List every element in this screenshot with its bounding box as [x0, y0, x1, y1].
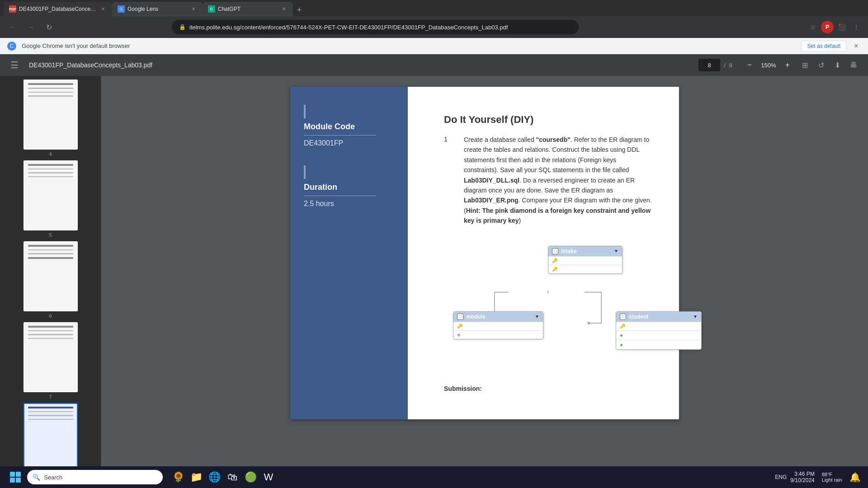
lens-tab-favicon: G [118, 5, 125, 13]
er-key-icon-2: 🔑 [552, 267, 557, 272]
tab-google-lens[interactable]: G Google Lens × [112, 2, 203, 16]
tab-gpt-close[interactable]: × [280, 5, 288, 13]
taskbar: 🔍 Search 🌻 📁 🌐 🛍 🟢 W ENG 3:46 PM 9/10/20… [0, 466, 868, 488]
language-indicator: ENG [775, 474, 787, 480]
duration-value: 2.5 hours [304, 200, 394, 208]
taskbar-app-browser[interactable]: 🌐 [206, 469, 222, 485]
notification-bar: C Google Chrome isn't your default brows… [0, 38, 868, 54]
taskbar-system-tray: ENG [775, 474, 787, 480]
er-field-text-7: email VARCHAR(45) [625, 342, 671, 347]
er-field-name: ● name VARCHAR(45) [616, 330, 701, 340]
browser-frame: PDF DE43001FP_DatabaseConcepts_Lab0... ×… [0, 0, 868, 488]
er-table-icon: □ [552, 248, 558, 254]
pdf-menu-button[interactable]: ☰ [7, 58, 22, 72]
notification-bell-icon[interactable]: 🔔 [849, 472, 861, 483]
windows-logo [10, 472, 21, 483]
forward-button[interactable]: → [24, 20, 38, 34]
module-code-bar [304, 105, 306, 118]
er-dropdown-icon: ▼ [614, 249, 618, 253]
tab-pdf-close[interactable]: × [99, 5, 107, 13]
notification-text: Google Chrome isn't your default browser [22, 42, 796, 49]
thumbnail-4[interactable]: 4 [24, 80, 78, 157]
er-field-text-2: student_id INT [559, 267, 592, 272]
er-field-text-4: module_name VARCHAR(45) [462, 332, 528, 338]
pdf-scroll-area[interactable]: Module Code DE43001FP Duration 2.5 hours… [101, 76, 868, 466]
bookmark-button[interactable]: ☆ [807, 21, 819, 33]
secure-icon: 🔒 [179, 24, 186, 30]
pdf-right-content: Do It Yourself (DIY) 1 Create a database… [444, 114, 652, 392]
clock-date: 9/10/2024 [790, 477, 814, 483]
page-number-input[interactable]: 8 [698, 59, 720, 71]
thumb-6-image [24, 241, 78, 311]
weather-desc: Light rain [822, 477, 842, 483]
weather-widget[interactable]: 88°F Light rain [822, 472, 842, 483]
submission-text: Submission: [444, 385, 652, 392]
er-field-std-id: 🔑 student_id INT [616, 322, 701, 330]
thumb-7-image [24, 322, 78, 392]
pdf-print-button[interactable]: 🖶 [846, 58, 861, 72]
tab-pdf-title: DE43001FP_DatabaseConcepts_Lab0... [19, 6, 97, 12]
svg-line-9 [588, 321, 590, 323]
address-input[interactable]: 🔒 itelms.polite.edu.sg/content/enforced/… [172, 20, 579, 34]
module-code-divider [304, 135, 376, 136]
duration-label: Duration [304, 183, 394, 192]
er-field-text-5: student_id INT [627, 324, 660, 329]
thumb-5-image [24, 160, 78, 230]
tab-lens-title: Google Lens [127, 6, 187, 12]
pdf-rotate-button[interactable]: ↺ [814, 58, 828, 72]
weather-temp: 88°F [822, 472, 832, 477]
pdf-download-button[interactable]: ⬇ [830, 58, 844, 72]
pdf-view-button[interactable]: ⊞ [797, 58, 812, 72]
pdf-toolbar: ☰ DE43001FP_DatabaseConcepts_Lab03.pdf 8… [0, 54, 868, 76]
er-table-module: □ module ▼ 🔑 module_id INT ◆ [453, 311, 543, 339]
pdf-right-buttons: ⊞ ↺ ⬇ 🖶 [797, 58, 861, 72]
er-field-student-id: 🔑 student_id INT [548, 265, 622, 273]
pdf-page-8: Module Code DE43001FP Duration 2.5 hours… [290, 87, 679, 419]
thumb-8-image [24, 403, 78, 466]
taskbar-search-text: Search [44, 474, 62, 481]
start-button[interactable] [7, 469, 24, 485]
duration-divider [304, 196, 376, 196]
er-field-mod-name: ◆ module_name VARCHAR(45) [453, 330, 543, 339]
taskbar-search-box[interactable]: 🔍 Search [27, 470, 163, 484]
thumbnail-7[interactable]: 7 [24, 322, 78, 399]
extensions-button[interactable]: ⬛ [835, 21, 848, 33]
tab-pdf[interactable]: PDF DE43001FP_DatabaseConcepts_Lab0... × [4, 2, 112, 16]
thumbnail-8[interactable]: 8 [24, 403, 78, 466]
taskbar-right: ENG 3:46 PM 9/10/2024 88°F Light rain 🔔 [775, 471, 861, 483]
taskbar-apps: 🌻 📁 🌐 🛍 🟢 W [170, 469, 277, 485]
thumbnail-5[interactable]: 5 [24, 160, 78, 238]
er-circle-icon: ● [620, 332, 623, 338]
notification-close-button[interactable]: × [852, 42, 861, 51]
profile-button[interactable]: P [821, 21, 834, 33]
taskbar-app-1[interactable]: 🌻 [170, 469, 186, 485]
thumbnail-6[interactable]: 6 [24, 241, 78, 319]
duration-bar [304, 165, 306, 179]
taskbar-app-files[interactable]: 📁 [188, 469, 204, 485]
module-code-label: Module Code [304, 122, 394, 131]
er-table-icon-3: □ [620, 314, 626, 320]
zoom-out-button[interactable]: − [743, 59, 756, 71]
tab-lens-close[interactable]: × [190, 5, 197, 13]
er-field-text: module_id INT [559, 258, 592, 263]
tab-chatgpt[interactable]: C ChatGPT × [203, 2, 293, 16]
thumb-6-label: 6 [49, 313, 52, 319]
taskbar-app-word[interactable]: W [260, 469, 277, 485]
taskbar-app-store[interactable]: 🛍 [224, 469, 241, 485]
taskbar-app-chrome[interactable]: 🟢 [242, 469, 259, 485]
new-tab-button[interactable]: + [293, 4, 306, 16]
set-default-button[interactable]: Set as default [802, 41, 846, 52]
address-bar: ← → ↻ 🔒 itelms.polite.edu.sg/content/enf… [0, 16, 868, 38]
thumb-4-image [24, 80, 78, 150]
er-diamond-icon: ◆ [457, 332, 461, 337]
reload-button[interactable]: ↻ [42, 20, 56, 34]
back-button[interactable]: ← [5, 20, 20, 34]
zoom-in-button[interactable]: + [781, 59, 794, 71]
menu-button[interactable]: ⋮ [850, 21, 863, 33]
pdf-title: DE43001FP_DatabaseConcepts_Lab03.pdf [29, 61, 695, 69]
er-diagram: □ intake ▼ 🔑 module_id INT 🔑 [444, 237, 652, 381]
taskbar-clock-area[interactable]: 3:46 PM 9/10/2024 [790, 471, 814, 483]
er-key-icon-3: 🔑 [457, 324, 462, 328]
tab-bar: PDF DE43001FP_DatabaseConcepts_Lab0... ×… [0, 0, 868, 16]
er-key-icon-4: 🔑 [620, 324, 625, 328]
